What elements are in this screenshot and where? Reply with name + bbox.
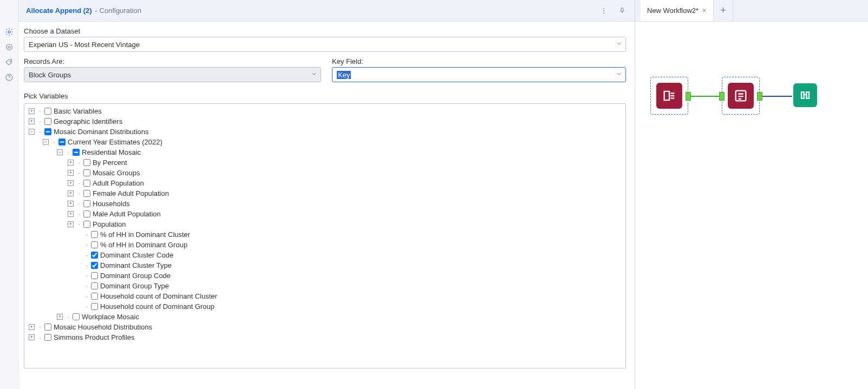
tree-item: Mosaic Household Distributions	[54, 323, 152, 331]
add-tab-button[interactable]: +	[714, 0, 733, 21]
workflow-tab-label: New Workflow2*	[647, 6, 699, 15]
tree-checkbox[interactable]	[44, 118, 51, 125]
expand-toggle[interactable]: +	[68, 201, 74, 207]
tree-checkbox[interactable]	[73, 313, 80, 320]
tree-checkbox[interactable]	[91, 262, 98, 269]
target-icon[interactable]	[4, 42, 14, 52]
tree-checkbox[interactable]	[83, 159, 90, 166]
tree-item: Dominant Cluster Code	[100, 251, 173, 259]
tree-checkbox[interactable]	[44, 324, 51, 331]
config-header: Allocate Append (2) - Configuration	[18, 0, 635, 22]
pin-icon[interactable]	[617, 6, 627, 16]
tree-checkbox[interactable]	[91, 252, 98, 259]
close-icon[interactable]: ✕	[702, 7, 707, 14]
tree-item: Current Year Estimates (2022)	[68, 138, 162, 146]
expand-toggle[interactable]: +	[68, 160, 74, 166]
expand-toggle[interactable]: +	[29, 334, 35, 340]
tree-checkbox[interactable]	[91, 303, 98, 310]
tree-checkbox[interactable]	[44, 108, 51, 115]
dataset-dropdown[interactable]: Experian US - Most Recent Vintage	[24, 37, 626, 52]
config-title: Allocate Append (2)	[26, 6, 92, 15]
tree-checkbox[interactable]	[83, 200, 90, 207]
keyfield-dropdown[interactable]: Key	[332, 67, 626, 82]
expand-toggle[interactable]: +	[68, 211, 74, 217]
tree-checkbox[interactable]	[83, 210, 90, 217]
browse-tool[interactable]	[792, 82, 818, 108]
dataset-label: Choose a Dataset	[24, 27, 626, 35]
expand-toggle[interactable]: +	[68, 170, 74, 176]
tree-checkbox[interactable]	[83, 221, 90, 228]
tree-checkbox[interactable]	[58, 139, 66, 146]
keyfield-value: Key	[337, 71, 351, 79]
output-anchor[interactable]	[757, 92, 762, 101]
tree-item: Mosaic Groups	[93, 169, 140, 177]
svg-point-1	[6, 44, 12, 50]
tree-item: Households	[93, 200, 130, 208]
tree-item: Geographic Identifiers	[54, 117, 122, 126]
output-anchor[interactable]	[686, 92, 691, 101]
config-side-tabs	[0, 0, 18, 389]
tree-checkbox[interactable]	[91, 272, 98, 279]
expand-toggle[interactable]: +	[68, 190, 74, 196]
gear-icon[interactable]	[4, 27, 14, 37]
expand-toggle[interactable]: +	[68, 221, 74, 227]
tree-checkbox[interactable]	[83, 169, 90, 176]
expand-toggle[interactable]: +	[68, 180, 74, 186]
tree-item: By Percent	[93, 159, 127, 167]
svg-point-6	[603, 8, 604, 9]
tree-item: Dominant Cluster Type	[100, 261, 172, 269]
expand-toggle[interactable]: +	[57, 314, 63, 320]
variables-tree[interactable]: +··· Basic Variables +··· Geographic Ide…	[24, 103, 626, 368]
svg-point-5	[9, 79, 9, 80]
keyfield-label: Key Field:	[332, 57, 626, 65]
connection-wire	[689, 96, 722, 97]
more-icon[interactable]	[599, 6, 609, 16]
allocate-append-tool[interactable]	[722, 77, 760, 115]
tree-item: % of HH in Dominant Cluster	[100, 230, 190, 239]
tag-icon[interactable]	[4, 57, 14, 67]
records-label: Records Are:	[24, 57, 321, 65]
allocate-input-tool[interactable]	[650, 77, 688, 115]
workflow-panel: New Workflow2* ✕ +	[635, 0, 868, 389]
tree-item: Household count of Dominant Cluster	[100, 292, 217, 300]
svg-point-7	[603, 10, 604, 11]
expand-toggle[interactable]: +	[29, 108, 35, 114]
tree-checkbox[interactable]	[73, 149, 80, 156]
tree-checkbox[interactable]	[91, 282, 98, 289]
svg-point-2	[8, 46, 10, 48]
tree-item: Female Adult Population	[93, 189, 169, 197]
records-dropdown[interactable]: Block Groups	[24, 67, 321, 82]
tree-item: Workplace Mosaic	[82, 313, 139, 321]
tree-item: Adult Population	[93, 179, 144, 187]
records-value: Block Groups	[29, 71, 71, 79]
expand-toggle[interactable]: +	[29, 324, 35, 330]
tree-checkbox[interactable]	[91, 231, 98, 238]
tree-checkbox[interactable]	[83, 180, 90, 187]
tree-checkbox[interactable]	[44, 128, 51, 135]
tree-item: Population	[93, 220, 126, 228]
expand-toggle[interactable]: +	[29, 118, 35, 124]
chevron-down-icon	[311, 71, 317, 79]
dataset-value: Experian US - Most Recent Vintage	[29, 41, 140, 49]
input-anchor[interactable]	[719, 92, 725, 101]
tree-item: Dominant Group Code	[100, 272, 171, 280]
tree-item: Dominant Group Type	[100, 282, 169, 290]
workflow-tab[interactable]: New Workflow2* ✕	[641, 0, 714, 21]
tree-item: Residential Mosaic	[82, 148, 141, 156]
tree-item: Male Adult Population	[93, 210, 161, 218]
tree-checkbox[interactable]	[44, 334, 51, 341]
pick-variables-label: Pick Variables	[24, 92, 626, 100]
chevron-down-icon	[616, 71, 622, 79]
collapse-toggle[interactable]: −	[43, 139, 49, 145]
workflow-tabs: New Workflow2* ✕ +	[635, 0, 868, 22]
svg-point-0	[8, 31, 10, 33]
tree-checkbox[interactable]	[91, 241, 98, 248]
collapse-toggle[interactable]: −	[57, 149, 63, 155]
allocate-append-icon	[728, 83, 754, 109]
tree-checkbox[interactable]	[83, 190, 90, 197]
tree-checkbox[interactable]	[91, 293, 98, 300]
help-icon[interactable]	[4, 72, 14, 82]
collapse-toggle[interactable]: −	[29, 129, 35, 135]
tree-item: Household count of Dominant Group	[100, 302, 214, 311]
workflow-canvas[interactable]	[635, 22, 868, 389]
